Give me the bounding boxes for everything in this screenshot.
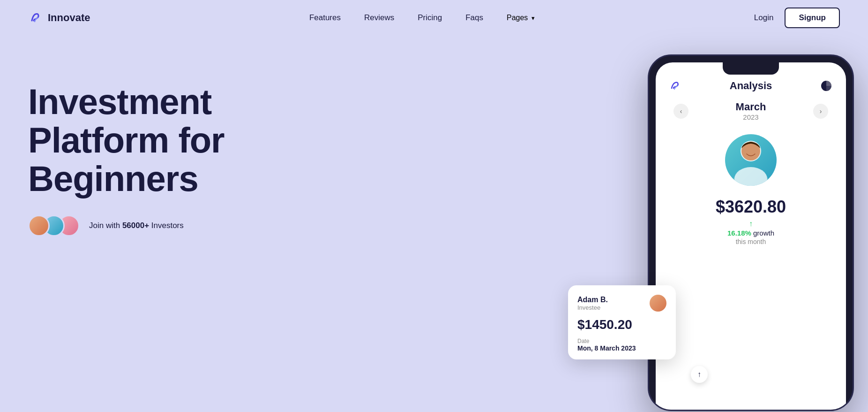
growth-subtext: this month: [736, 238, 766, 245]
phone-side-button: [853, 112, 854, 136]
float-card-amount: $1450.20: [577, 317, 666, 332]
hero-title: Investment Platform for Beginners: [28, 83, 319, 198]
float-card-date: Date Mon, 8 March 2023: [577, 338, 666, 352]
nav-features[interactable]: Features: [309, 13, 341, 22]
scroll-up-button[interactable]: ↑: [691, 366, 708, 383]
up-arrow-icon: ↑: [697, 370, 701, 379]
hero-section: Investment Platform for Beginners Join w…: [0, 36, 868, 412]
phone-mockup: Analysis ‹ March 2023: [648, 54, 854, 411]
hero-investors: Join with 56000+ Investors: [28, 215, 559, 237]
chevron-down-icon: ▾: [531, 15, 535, 22]
logo[interactable]: Innovate: [28, 10, 90, 25]
phone-amount: $3620.80: [716, 197, 786, 217]
phone-header: Analysis: [669, 79, 833, 92]
phone-user-avatar: [725, 134, 777, 186]
phone-analysis-title: Analysis: [730, 80, 772, 92]
avatar-stack: [28, 215, 73, 237]
phone-screen: Analysis ‹ March 2023: [656, 62, 846, 410]
hero-right: Analysis ‹ March 2023: [559, 54, 840, 412]
nav-faqs[interactable]: Faqs: [465, 13, 483, 22]
float-card-avatar: [650, 295, 666, 312]
nav-actions: Login Signup: [754, 8, 840, 28]
growth-up-arrow-icon: ↑: [749, 220, 753, 228]
float-card-role: Investee: [577, 304, 608, 311]
pie-chart-icon: [820, 79, 833, 92]
phone-side-button: [648, 161, 649, 189]
float-card-identity: Adam B. Investee: [577, 296, 608, 311]
phone-side-button: [648, 103, 649, 118]
phone-side-button: [648, 125, 649, 153]
avatar: [28, 215, 50, 237]
growth-text: 16.18% growth: [727, 229, 774, 237]
hero-left: Investment Platform for Beginners Join w…: [28, 54, 559, 237]
float-card: Adam B. Investee $1450.20 Date Mon, 8 Ma…: [568, 285, 676, 359]
investors-text: Join with 56000+ Investors: [89, 221, 184, 230]
float-card-date-value: Mon, 8 March 2023: [577, 344, 666, 352]
brand-name: Innovate: [48, 12, 90, 24]
phone-notch: [723, 62, 779, 75]
svg-point-3: [734, 167, 767, 186]
phone-month-nav: ‹ March 2023 ›: [669, 101, 833, 121]
float-card-name: Adam B.: [577, 296, 608, 304]
nav-reviews[interactable]: Reviews: [364, 13, 394, 22]
nav-pricing[interactable]: Pricing: [418, 13, 442, 22]
navbar: Innovate Features Reviews Pricing Faqs P…: [0, 0, 868, 36]
person-icon: [725, 134, 777, 186]
month-display: March 2023: [736, 101, 766, 121]
prev-month-button[interactable]: ‹: [673, 104, 688, 119]
phone-content: Analysis ‹ March 2023: [656, 62, 846, 255]
phone-growth: ↑ 16.18% growth this month: [727, 220, 774, 245]
signup-button[interactable]: Signup: [785, 8, 840, 28]
login-button[interactable]: Login: [754, 13, 774, 23]
float-card-date-label: Date: [577, 338, 666, 344]
phone-logo-icon: [669, 79, 682, 92]
month-year: 2023: [736, 113, 766, 121]
logo-icon: [28, 10, 43, 25]
next-month-button[interactable]: ›: [813, 104, 828, 119]
scroll-up-container: ↑: [691, 366, 708, 383]
month-name: March: [736, 101, 766, 113]
nav-links: Features Reviews Pricing Faqs Pages ▾: [309, 13, 535, 23]
nav-pages[interactable]: Pages ▾: [507, 14, 535, 22]
float-card-header: Adam B. Investee: [577, 295, 666, 312]
